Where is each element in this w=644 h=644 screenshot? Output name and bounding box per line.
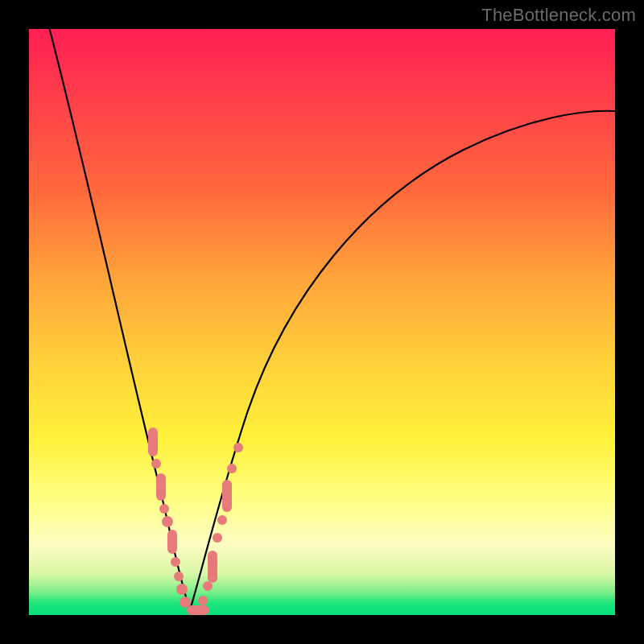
data-point-valley xyxy=(198,596,208,605)
data-point xyxy=(162,516,173,527)
data-point xyxy=(217,515,227,525)
data-cluster-valley xyxy=(187,605,209,615)
curve-layer xyxy=(29,29,615,615)
data-point xyxy=(159,504,169,514)
data-point xyxy=(203,581,213,591)
data-point-right-upper xyxy=(233,443,243,452)
data-cluster-right-lower xyxy=(208,551,217,583)
watermark-text: TheBottleneck.com xyxy=(481,5,636,26)
data-point xyxy=(171,557,180,567)
data-cluster-left-upper xyxy=(148,427,158,456)
data-point xyxy=(213,533,222,543)
data-point xyxy=(227,464,237,473)
data-point xyxy=(174,572,184,581)
curve-right-branch xyxy=(190,111,615,610)
data-point xyxy=(176,584,188,595)
chart-frame: TheBottleneck.com xyxy=(0,0,644,644)
data-cluster-left-lower xyxy=(167,530,177,554)
data-point xyxy=(151,459,161,469)
data-cluster-left-mid xyxy=(156,473,166,501)
data-cluster-right-mid xyxy=(222,480,232,512)
